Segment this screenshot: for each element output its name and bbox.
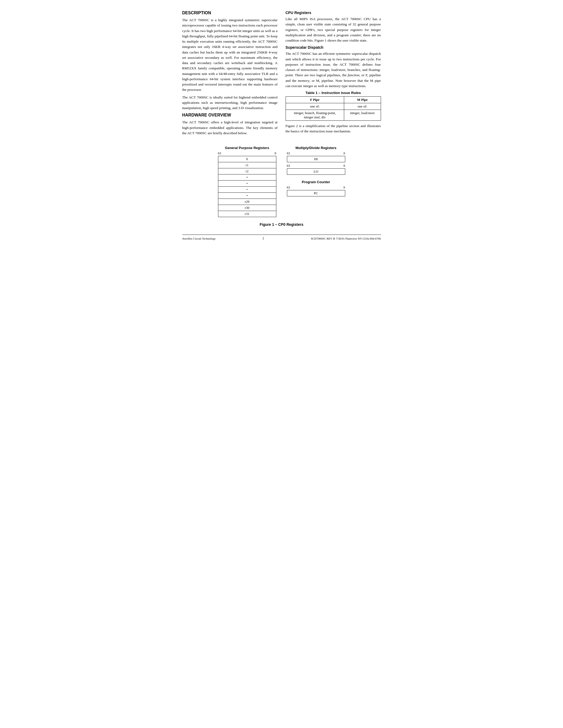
gpr-bit-low: 0 [275, 151, 276, 155]
lo-cell: LO [287, 169, 345, 175]
hi-table: HI [287, 156, 345, 162]
hi-bit-high: 63 [287, 151, 290, 155]
gpr-cell-r1: r1 [218, 162, 276, 168]
instruction-issue-table: F Pipe M Pipe one of: one of: integer, b… [286, 96, 381, 121]
gpr-cell-dot1: • [218, 174, 276, 181]
multiply-divide-figure: Multiply/Divide Registers 63 0 HI 63 0 L… [287, 146, 345, 175]
gpr-cell-r31: r31 [218, 211, 276, 217]
left-column: DESCRIPTION The ACT 7000SC is a highly i… [182, 11, 277, 138]
footer: Aeroflex Circuit Technology 2 SCD7000SC … [182, 235, 381, 240]
gpr-bit-high: 63 [218, 151, 221, 155]
pc-cell: PC [287, 190, 345, 196]
hi-bit-labels: 63 0 [287, 151, 345, 155]
hi-bit-low: 0 [344, 151, 345, 155]
cpu-registers-title: CPU Registers [286, 11, 381, 15]
right-column: CPU Registers Like all MIPS ISA processo… [286, 11, 381, 138]
gpr-cell-dot4: • [218, 193, 276, 199]
gpr-row-dot2: • [218, 181, 276, 187]
gpr-cell-0: 0 [218, 156, 276, 162]
hi-row: HI [287, 156, 345, 162]
gpr-row-dot1: • [218, 174, 276, 181]
gpr-cell-r29: r29 [218, 199, 276, 205]
table-cell-mpipe-types: integer, load/store [344, 110, 381, 121]
lo-bit-low: 0 [344, 164, 345, 168]
table-row: one of: one of: [286, 103, 381, 110]
pc-bit-labels: 63 0 [287, 186, 345, 190]
hi-cell: HI [287, 156, 345, 162]
pc-table: PC [287, 190, 345, 196]
table-header-mpipe: M Pipe [344, 97, 381, 103]
figures-section: General Purpose Registers 63 0 0 r1 r2 •… [182, 146, 381, 227]
cpu-registers-para: Like all MIPS ISA processors, the ACT 70… [286, 16, 381, 43]
page: DESCRIPTION The ACT 7000SC is a highly i… [182, 11, 381, 240]
gpr-figure: General Purpose Registers 63 0 0 r1 r2 •… [218, 146, 276, 217]
hardware-overview-para-1: The ACT 7000SC offers a high-level of in… [182, 120, 277, 136]
main-content: DESCRIPTION The ACT 7000SC is a highly i… [182, 11, 381, 138]
table-cell-mpipe-oneof: one of: [344, 103, 381, 110]
pc-bit-high: 63 [287, 186, 290, 190]
right-figures: Multiply/Divide Registers 63 0 HI 63 0 L… [287, 146, 345, 196]
figure-caption: Figure 1 – CP0 Registers [182, 222, 381, 227]
gpr-row-r2: r2 [218, 168, 276, 174]
program-counter-label: Program Counter [302, 180, 330, 184]
footer-center: 2 [262, 236, 264, 240]
pc-row: PC [287, 190, 345, 196]
gpr-table: 0 r1 r2 • • • • r29 r30 r31 [218, 156, 276, 217]
pipeline-text: Figure 2 is a simplification of the pipe… [286, 123, 381, 134]
table-header-fpipe: F Pipe [286, 97, 344, 103]
table-cell-fpipe-types: integer, branch, floating-point,integer … [286, 110, 344, 121]
table-cell-fpipe-oneof: one of: [286, 103, 344, 110]
table-row: integer, branch, floating-point,integer … [286, 110, 381, 121]
description-para-2: The ACT 7000SC is ideally suited for hig… [182, 95, 277, 111]
gpr-row-r30: r30 [218, 205, 276, 211]
gpr-row-r1: r1 [218, 162, 276, 168]
gpr-cell-dot2: • [218, 181, 276, 187]
gpr-row-0: 0 [218, 156, 276, 162]
table-title: Table 1 – Instruction Issue Rules [286, 91, 381, 95]
gpr-cell-dot3: • [218, 187, 276, 193]
lo-bit-labels: 63 0 [287, 164, 345, 168]
gpr-bit-labels: 63 0 [218, 151, 276, 155]
pc-bit-low: 0 [344, 186, 345, 190]
program-counter-figure: Program Counter 63 0 PC [287, 180, 345, 196]
footer-left: Aeroflex Circuit Technology [182, 237, 216, 240]
lo-table: LO [287, 168, 345, 175]
lo-row: LO [287, 169, 345, 175]
gpr-label: General Purpose Registers [225, 146, 269, 150]
footer-right: SCD7000SC REV B 7/30/01 Plainview NY (51… [311, 237, 381, 240]
gpr-row-r31: r31 [218, 211, 276, 217]
description-title: DESCRIPTION [182, 11, 277, 15]
figures-row: General Purpose Registers 63 0 0 r1 r2 •… [182, 146, 381, 217]
gpr-row-r29: r29 [218, 199, 276, 205]
lo-bit-high: 63 [287, 164, 290, 168]
gpr-row-dot3: • [218, 187, 276, 193]
description-para-1: The ACT 7000SC is a highly integrated sy… [182, 17, 277, 93]
gpr-cell-r30: r30 [218, 205, 276, 211]
hardware-overview-title: HARDWARE OVERVIEW [182, 113, 277, 118]
superscalar-dispatch-para: The ACT 7000SC has an efficient symmetri… [286, 51, 381, 89]
superscalar-dispatch-title: Superscalar Dispatch [286, 45, 381, 50]
multiply-divide-label: Multiply/Divide Registers [296, 146, 337, 150]
gpr-cell-r2: r2 [218, 168, 276, 174]
gpr-row-dot4: • [218, 193, 276, 199]
